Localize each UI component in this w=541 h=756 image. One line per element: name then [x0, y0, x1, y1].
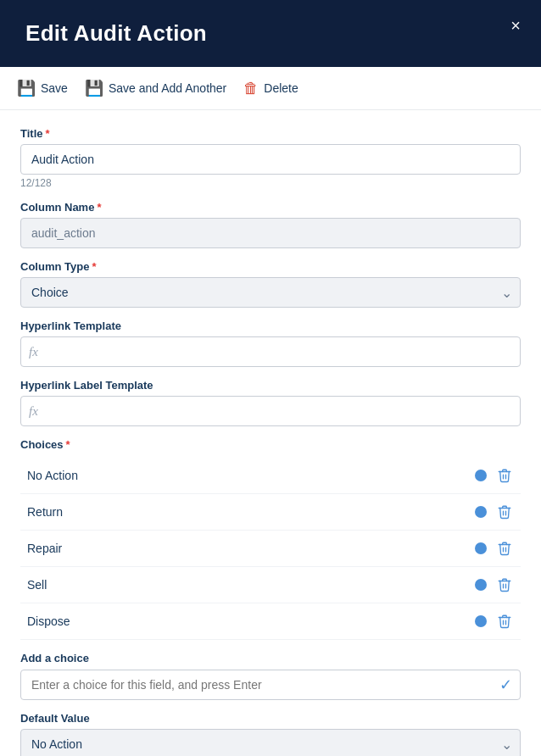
save-add-label: Save and Add Another: [109, 81, 226, 95]
choice-dot-icon[interactable]: [475, 542, 487, 554]
delete-icon: 🗑: [243, 80, 259, 97]
list-item: Return: [20, 494, 521, 531]
column-type-select[interactable]: Choice: [20, 277, 521, 308]
modal-title: Edit Audit Action: [25, 20, 207, 46]
add-choice-label: Add a choice: [20, 652, 521, 664]
default-value-label: Default Value: [20, 712, 521, 725]
modal-container: Edit Audit Action × 💾 Save 💾 Save and Ad…: [0, 0, 541, 756]
hyperlink-label-template-input-wrapper: fx: [20, 396, 521, 426]
choice-name: Sell: [27, 578, 47, 592]
close-icon: ×: [510, 16, 521, 35]
choice-actions: [475, 539, 514, 558]
toolbar: 💾 Save 💾 Save and Add Another 🗑 Delete: [0, 67, 541, 110]
choice-dot-icon[interactable]: [475, 579, 487, 591]
hyperlink-label-template-label: Hyperlink Label Template: [20, 379, 521, 392]
list-item: Dispose: [20, 603, 521, 640]
hyperlink-label-template-input[interactable]: [20, 396, 521, 426]
form-content: Title * 12/128 Column Name * Column Type…: [0, 110, 541, 756]
choice-actions: [475, 466, 514, 485]
hyperlink-template-input[interactable]: [20, 336, 521, 367]
hyperlink-label-template-field-group: Hyperlink Label Template fx: [20, 379, 521, 426]
choice-dot-icon[interactable]: [475, 470, 487, 481]
choice-delete-button[interactable]: [495, 612, 514, 631]
list-item: No Action: [20, 458, 521, 494]
title-input[interactable]: [20, 144, 521, 175]
choices-section: Choices * No Action Return: [20, 438, 521, 640]
choice-delete-button[interactable]: [495, 539, 514, 558]
save-and-add-button[interactable]: 💾 Save and Add Another: [85, 79, 226, 97]
hyperlink-template-field-group: Hyperlink Template fx: [20, 320, 521, 367]
choice-dot-icon[interactable]: [475, 615, 487, 627]
modal-header: Edit Audit Action ×: [0, 0, 541, 67]
add-choice-input-wrapper: ✓: [20, 670, 521, 700]
choices-list: No Action Return: [20, 458, 521, 640]
choices-required: *: [66, 438, 70, 451]
choice-delete-button[interactable]: [495, 466, 514, 485]
add-choice-field-group: Add a choice ✓: [20, 652, 521, 700]
hyperlink-template-input-wrapper: fx: [20, 336, 521, 367]
default-value-selected: No Action: [31, 737, 82, 751]
column-type-required: *: [92, 260, 96, 273]
default-value-field-group: Default Value No Action ⌄: [20, 712, 521, 756]
column-type-value: Choice: [31, 286, 69, 299]
column-type-label: Column Type *: [20, 260, 521, 273]
column-name-required: *: [97, 201, 101, 214]
close-button[interactable]: ×: [507, 14, 524, 37]
list-item: Sell: [20, 567, 521, 603]
title-label: Title *: [20, 127, 521, 140]
column-type-field-group: Column Type * Choice ⌄: [20, 260, 521, 308]
list-item: Repair: [20, 531, 521, 567]
default-value-select[interactable]: No Action: [20, 729, 521, 756]
choice-name: No Action: [27, 469, 78, 482]
choices-label: Choices *: [20, 438, 521, 451]
choice-dot-icon[interactable]: [475, 506, 487, 518]
save-add-icon: 💾: [85, 79, 103, 97]
save-label: Save: [41, 81, 68, 95]
choice-name: Return: [27, 505, 63, 519]
choice-actions: [475, 503, 514, 521]
choice-actions: [475, 575, 514, 594]
choice-delete-button[interactable]: [495, 503, 514, 521]
choice-name: Repair: [27, 542, 62, 555]
title-field-group: Title * 12/128: [20, 127, 521, 189]
choice-actions: [475, 612, 514, 631]
save-icon: 💾: [17, 79, 36, 97]
choice-name: Dispose: [27, 614, 70, 628]
choice-delete-button[interactable]: [495, 575, 514, 594]
save-button[interactable]: 💾 Save: [17, 79, 68, 97]
hyperlink-template-label: Hyperlink Template: [20, 320, 521, 332]
title-char-count: 12/128: [20, 177, 521, 189]
column-type-select-wrapper[interactable]: Choice ⌄: [20, 277, 521, 308]
delete-button[interactable]: 🗑 Delete: [243, 80, 298, 97]
title-required: *: [46, 127, 50, 140]
add-choice-input[interactable]: [20, 670, 521, 700]
column-name-input: [20, 218, 521, 248]
default-value-select-wrapper[interactable]: No Action ⌄: [20, 729, 521, 756]
column-name-field-group: Column Name *: [20, 201, 521, 248]
delete-label: Delete: [264, 81, 298, 95]
column-name-label: Column Name *: [20, 201, 521, 214]
